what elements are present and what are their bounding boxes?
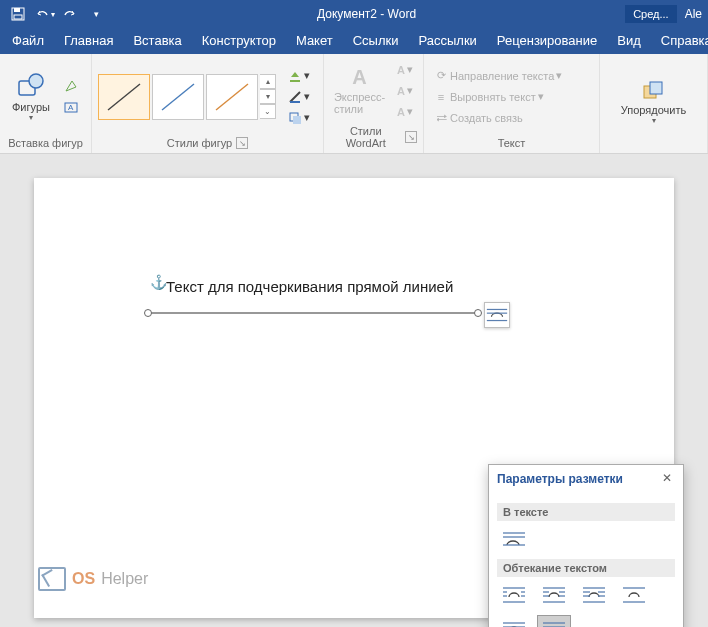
align-text-button: ≡Выровнять текст ▾ (430, 87, 593, 107)
watermark: OSHelper (38, 567, 148, 591)
style-swatch-2[interactable] (152, 74, 204, 120)
undo-button[interactable]: ▾ (32, 3, 56, 25)
style-swatch-3[interactable] (206, 74, 258, 120)
shapes-button[interactable]: Фигуры ▾ (6, 69, 56, 124)
anchor-icon: ⚓ (150, 274, 167, 290)
layout-options-popup: Параметры разметки ✕ В тексте Обтекание … (488, 464, 684, 627)
shape-effects-button[interactable]: ▾ (284, 108, 314, 128)
arrange-button[interactable]: Упорядочить ▾ (615, 78, 692, 127)
body-text[interactable]: Текст для подчеркивания прямой линией (166, 278, 614, 295)
layout-options-icon (485, 305, 509, 325)
group-label-insert-shapes: Вставка фигур (6, 135, 85, 151)
quick-access-toolbar: ▾ ▾ (6, 3, 108, 25)
svg-rect-1 (14, 8, 20, 12)
ribbon: Фигуры ▾ A Вставка фигур ▴▾⌄ ▾ ▾ ▾ Ст (0, 54, 708, 154)
tab-layout[interactable]: Макет (286, 29, 343, 54)
arrange-icon (642, 80, 666, 102)
watermark-text-2: Helper (101, 570, 148, 588)
group-shape-styles: ▴▾⌄ ▾ ▾ ▾ Стили фигур↘ (92, 54, 324, 153)
document-area[interactable]: ⚓ Текст для подчеркивания прямой линией … (0, 154, 708, 627)
shape-outline-button[interactable]: ▾ (284, 87, 314, 107)
resize-handle-right[interactable] (474, 309, 482, 317)
qat-customize[interactable]: ▾ (84, 3, 108, 25)
window-title: Документ2 - Word (108, 7, 625, 21)
tab-references[interactable]: Ссылки (343, 29, 409, 54)
shape-fill-button[interactable]: ▾ (284, 66, 314, 86)
line-shape[interactable] (148, 312, 478, 314)
text-box-button[interactable]: A (60, 97, 82, 117)
shape-format-stack: ▾ ▾ ▾ (284, 66, 314, 128)
wrap-front[interactable] (537, 615, 571, 627)
watermark-icon (38, 567, 66, 591)
tab-mailings[interactable]: Рассылки (408, 29, 486, 54)
group-wordart: A Экспресс-стили A▾ A▾ A▾ Стили WordArt↘ (324, 54, 424, 153)
text-fill-button: A▾ (393, 60, 417, 80)
tab-file[interactable]: Файл (2, 29, 54, 54)
popup-title: Параметры разметки (497, 472, 659, 486)
wordart-label: Экспресс-стили (334, 91, 385, 115)
wordart-stack: A▾ A▾ A▾ (393, 60, 417, 122)
wrap-tight[interactable] (537, 581, 571, 609)
contextual-tools-label: Сред... (625, 5, 677, 23)
wrap-topbottom[interactable] (617, 581, 651, 609)
shape-style-gallery[interactable]: ▴▾⌄ (98, 74, 276, 120)
edit-shape-button[interactable] (60, 76, 82, 96)
save-button[interactable] (6, 3, 30, 25)
text-outline-button: A▾ (393, 81, 417, 101)
svg-rect-2 (14, 15, 22, 19)
style-swatch-1[interactable] (98, 74, 150, 120)
chevron-down-icon: ▾ (29, 113, 33, 122)
group-label-text: Текст (430, 135, 593, 151)
group-label-shape-styles: Стили фигур (167, 137, 232, 149)
tab-view[interactable]: Вид (607, 29, 651, 54)
tab-insert[interactable]: Вставка (123, 29, 191, 54)
svg-line-7 (108, 84, 140, 110)
wordart-launcher[interactable]: ↘ (405, 131, 417, 143)
gallery-scroll[interactable]: ▴▾⌄ (260, 74, 276, 119)
group-arrange: Упорядочить ▾ (600, 54, 708, 153)
svg-text:A: A (68, 103, 74, 112)
resize-handle-left[interactable] (144, 309, 152, 317)
text-effects-button: A▾ (393, 102, 417, 122)
text-direction-button: ⟳Направление текста ▾ (430, 66, 593, 86)
wrap-inline[interactable] (497, 525, 531, 553)
tab-home[interactable]: Главная (54, 29, 123, 54)
shapes-label: Фигуры (12, 101, 50, 113)
svg-rect-10 (290, 80, 300, 82)
wrap-square[interactable] (497, 581, 531, 609)
shapes-icon (16, 71, 46, 99)
svg-rect-11 (290, 101, 300, 103)
chevron-down-icon: ▾ (652, 116, 656, 125)
tab-help[interactable]: Справка (651, 29, 708, 54)
arrange-label: Упорядочить (621, 104, 686, 116)
svg-rect-15 (650, 82, 662, 94)
svg-line-9 (216, 84, 248, 110)
group-insert-shapes: Фигуры ▾ A Вставка фигур (0, 54, 92, 153)
wrap-through[interactable] (577, 581, 611, 609)
user-name[interactable]: Ale (685, 7, 702, 21)
wrap-section-label: Обтекание текстом (497, 559, 675, 577)
shape-styles-launcher[interactable]: ↘ (236, 137, 248, 149)
wordart-styles-button: A Экспресс-стили (330, 64, 389, 117)
redo-button[interactable] (58, 3, 82, 25)
inline-section-label: В тексте (497, 503, 675, 521)
ribbon-tabs: Файл Главная Вставка Конструктор Макет С… (0, 28, 708, 54)
svg-line-8 (162, 84, 194, 110)
title-bar: ▾ ▾ Документ2 - Word Сред... Ale (0, 0, 708, 28)
shape-quick-stack: A (60, 76, 82, 117)
tab-review[interactable]: Рецензирование (487, 29, 607, 54)
layout-options-button[interactable] (484, 302, 510, 328)
title-right: Сред... Ale (625, 5, 702, 23)
watermark-text-1: OS (72, 570, 95, 588)
wordart-icon: A (352, 66, 366, 89)
tab-design[interactable]: Конструктор (192, 29, 286, 54)
create-link-button: ⮂Создать связь (430, 108, 593, 128)
svg-point-4 (29, 74, 43, 88)
close-button[interactable]: ✕ (659, 471, 675, 487)
svg-rect-13 (293, 116, 301, 124)
wrap-behind[interactable] (497, 615, 531, 627)
group-text: ⟳Направление текста ▾ ≡Выровнять текст ▾… (424, 54, 600, 153)
group-label-wordart: Стили WordArt (330, 125, 401, 149)
